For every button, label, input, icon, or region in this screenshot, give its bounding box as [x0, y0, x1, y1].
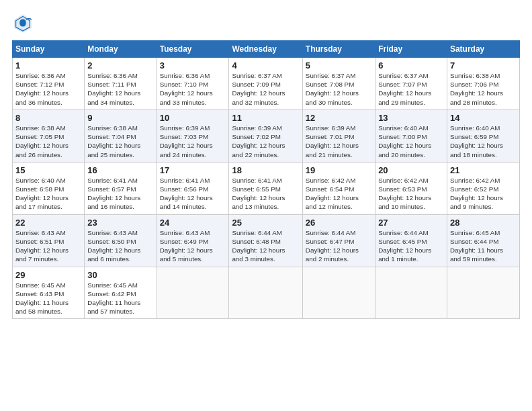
day-info: Sunrise: 6:44 AM Sunset: 6:47 PM Dayligh… [306, 228, 372, 264]
day-info: Sunrise: 6:42 AM Sunset: 6:53 PM Dayligh… [378, 176, 444, 212]
day-number: 29 [15, 270, 81, 280]
calendar-cell: 4Sunrise: 6:37 AM Sunset: 7:09 PM Daylig… [229, 58, 302, 110]
day-number: 23 [87, 218, 153, 228]
day-info: Sunrise: 6:40 AM Sunset: 6:59 PM Dayligh… [450, 124, 517, 159]
day-number: 7 [450, 60, 517, 71]
day-number: 19 [306, 165, 372, 175]
logo-icon [12, 12, 34, 34]
calendar-cell: 28Sunrise: 6:45 AM Sunset: 6:44 PM Dayli… [447, 214, 519, 267]
day-info: Sunrise: 6:36 AM Sunset: 7:11 PM Dayligh… [87, 71, 153, 107]
calendar-week-1: 8Sunrise: 6:38 AM Sunset: 7:05 PM Daylig… [13, 109, 520, 162]
day-info: Sunrise: 6:45 AM Sunset: 6:42 PM Dayligh… [87, 281, 153, 316]
day-number: 18 [232, 165, 299, 175]
header [12, 12, 520, 34]
day-number: 25 [232, 218, 299, 228]
day-info: Sunrise: 6:43 AM Sunset: 6:50 PM Dayligh… [87, 228, 153, 264]
day-number: 9 [87, 113, 153, 123]
calendar-cell: 23Sunrise: 6:43 AM Sunset: 6:50 PM Dayli… [85, 214, 157, 267]
header-sunday: Sunday [13, 41, 85, 58]
day-number: 1 [15, 60, 81, 71]
day-number: 10 [160, 113, 226, 123]
calendar-cell: 10Sunrise: 6:39 AM Sunset: 7:03 PM Dayli… [157, 109, 229, 162]
day-number: 11 [232, 113, 299, 123]
calendar-cell: 22Sunrise: 6:43 AM Sunset: 6:51 PM Dayli… [13, 214, 85, 267]
logo [12, 12, 38, 34]
calendar-cell [302, 267, 375, 319]
day-info: Sunrise: 6:39 AM Sunset: 7:03 PM Dayligh… [160, 124, 226, 159]
day-number: 15 [15, 165, 81, 175]
calendar-cell [447, 267, 519, 319]
day-number: 27 [378, 218, 444, 228]
calendar-cell: 16Sunrise: 6:41 AM Sunset: 6:57 PM Dayli… [85, 162, 157, 214]
calendar-cell [229, 267, 302, 319]
day-number: 6 [378, 60, 444, 71]
calendar-cell: 27Sunrise: 6:44 AM Sunset: 6:45 PM Dayli… [375, 214, 447, 267]
day-info: Sunrise: 6:45 AM Sunset: 6:43 PM Dayligh… [15, 281, 81, 316]
calendar-cell: 13Sunrise: 6:40 AM Sunset: 7:00 PM Dayli… [375, 109, 447, 162]
calendar-week-0: 1Sunrise: 6:36 AM Sunset: 7:12 PM Daylig… [13, 58, 520, 110]
day-info: Sunrise: 6:41 AM Sunset: 6:55 PM Dayligh… [232, 176, 299, 212]
day-info: Sunrise: 6:45 AM Sunset: 6:44 PM Dayligh… [450, 228, 517, 264]
day-info: Sunrise: 6:37 AM Sunset: 7:08 PM Dayligh… [306, 71, 372, 107]
calendar-table: Sunday Monday Tuesday Wednesday Thursday… [12, 40, 520, 319]
day-number: 16 [87, 165, 153, 175]
day-info: Sunrise: 6:44 AM Sunset: 6:45 PM Dayligh… [378, 228, 444, 264]
calendar-cell: 15Sunrise: 6:40 AM Sunset: 6:58 PM Dayli… [13, 162, 85, 214]
day-info: Sunrise: 6:38 AM Sunset: 7:05 PM Dayligh… [15, 124, 81, 159]
header-wednesday: Wednesday [229, 41, 302, 58]
day-info: Sunrise: 6:43 AM Sunset: 6:49 PM Dayligh… [160, 228, 226, 264]
calendar-cell: 21Sunrise: 6:42 AM Sunset: 6:52 PM Dayli… [447, 162, 519, 214]
day-info: Sunrise: 6:42 AM Sunset: 6:54 PM Dayligh… [306, 176, 372, 212]
day-number: 4 [232, 60, 299, 71]
day-info: Sunrise: 6:39 AM Sunset: 7:01 PM Dayligh… [306, 124, 372, 159]
day-number: 8 [15, 113, 81, 123]
calendar-week-4: 29Sunrise: 6:45 AM Sunset: 6:43 PM Dayli… [13, 267, 520, 319]
calendar-cell: 6Sunrise: 6:37 AM Sunset: 7:07 PM Daylig… [375, 58, 447, 110]
day-number: 17 [160, 165, 226, 175]
calendar-week-3: 22Sunrise: 6:43 AM Sunset: 6:51 PM Dayli… [13, 214, 520, 267]
day-number: 28 [450, 218, 517, 228]
day-number: 12 [306, 113, 372, 123]
calendar-cell: 2Sunrise: 6:36 AM Sunset: 7:11 PM Daylig… [85, 58, 157, 110]
day-info: Sunrise: 6:40 AM Sunset: 6:58 PM Dayligh… [15, 176, 81, 212]
day-info: Sunrise: 6:42 AM Sunset: 6:52 PM Dayligh… [450, 176, 517, 212]
day-number: 14 [450, 113, 517, 123]
calendar-cell: 11Sunrise: 6:39 AM Sunset: 7:02 PM Dayli… [229, 109, 302, 162]
header-friday: Friday [375, 41, 447, 58]
day-number: 24 [160, 218, 226, 228]
calendar-cell [375, 267, 447, 319]
calendar-cell: 8Sunrise: 6:38 AM Sunset: 7:05 PM Daylig… [13, 109, 85, 162]
page: Sunday Monday Tuesday Wednesday Thursday… [0, 0, 532, 411]
day-info: Sunrise: 6:38 AM Sunset: 7:06 PM Dayligh… [450, 71, 517, 107]
day-info: Sunrise: 6:44 AM Sunset: 6:48 PM Dayligh… [232, 228, 299, 264]
calendar-cell: 29Sunrise: 6:45 AM Sunset: 6:43 PM Dayli… [13, 267, 85, 319]
day-number: 5 [306, 60, 372, 71]
calendar-cell: 19Sunrise: 6:42 AM Sunset: 6:54 PM Dayli… [302, 162, 375, 214]
calendar-cell: 9Sunrise: 6:38 AM Sunset: 7:04 PM Daylig… [85, 109, 157, 162]
calendar-cell: 25Sunrise: 6:44 AM Sunset: 6:48 PM Dayli… [229, 214, 302, 267]
day-number: 3 [160, 60, 226, 71]
header-tuesday: Tuesday [157, 41, 229, 58]
calendar-cell: 12Sunrise: 6:39 AM Sunset: 7:01 PM Dayli… [302, 109, 375, 162]
header-monday: Monday [85, 41, 157, 58]
calendar-cell: 24Sunrise: 6:43 AM Sunset: 6:49 PM Dayli… [157, 214, 229, 267]
day-number: 2 [87, 60, 153, 71]
day-number: 22 [15, 218, 81, 228]
calendar-cell: 7Sunrise: 6:38 AM Sunset: 7:06 PM Daylig… [447, 58, 519, 110]
day-number: 26 [306, 218, 372, 228]
day-info: Sunrise: 6:37 AM Sunset: 7:09 PM Dayligh… [232, 71, 299, 107]
calendar-cell: 26Sunrise: 6:44 AM Sunset: 6:47 PM Dayli… [302, 214, 375, 267]
day-number: 13 [378, 113, 444, 123]
day-number: 20 [378, 165, 444, 175]
calendar-week-2: 15Sunrise: 6:40 AM Sunset: 6:58 PM Dayli… [13, 162, 520, 214]
calendar-cell: 1Sunrise: 6:36 AM Sunset: 7:12 PM Daylig… [13, 58, 85, 110]
calendar-cell [157, 267, 229, 319]
calendar-cell: 18Sunrise: 6:41 AM Sunset: 6:55 PM Dayli… [229, 162, 302, 214]
day-number: 30 [87, 270, 153, 280]
day-info: Sunrise: 6:36 AM Sunset: 7:10 PM Dayligh… [160, 71, 226, 107]
day-info: Sunrise: 6:41 AM Sunset: 6:57 PM Dayligh… [87, 176, 153, 212]
calendar-cell: 5Sunrise: 6:37 AM Sunset: 7:08 PM Daylig… [302, 58, 375, 110]
day-number: 21 [450, 165, 517, 175]
header-thursday: Thursday [302, 41, 375, 58]
calendar-cell: 17Sunrise: 6:41 AM Sunset: 6:56 PM Dayli… [157, 162, 229, 214]
